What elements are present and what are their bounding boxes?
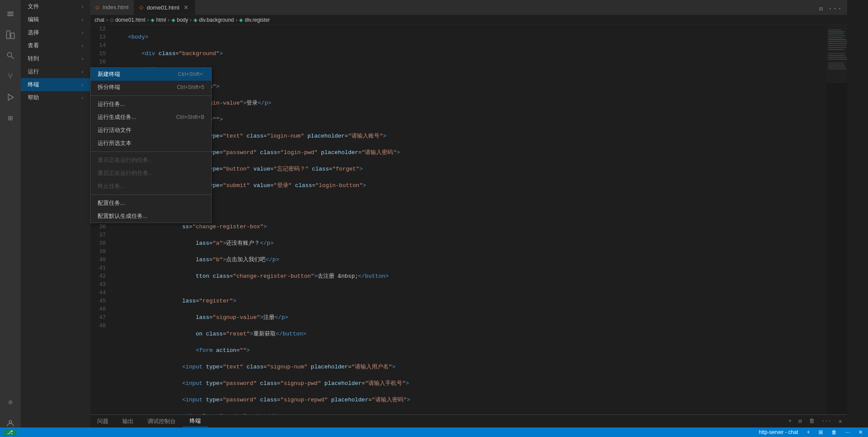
search-icon[interactable] [0, 45, 21, 66]
menu-item-select[interactable]: 选择 › [21, 26, 90, 39]
menu-label-help: 帮助 [28, 94, 39, 102]
split-editor-icon[interactable]: ⊟ [817, 3, 824, 14]
panel-tab-output[interactable]: 输出 [115, 416, 141, 427]
run-icon[interactable] [0, 87, 21, 108]
breadcrumb-html[interactable]: html [156, 17, 166, 23]
menu-item-run[interactable]: 运行 › [21, 65, 90, 78]
menu-arrow-run: › [82, 69, 83, 74]
panel-more-icon[interactable]: ··· [820, 417, 833, 425]
submenu-item-run-task[interactable]: 运行任务... [91, 98, 211, 111]
menu-arrow-view: › [82, 43, 83, 48]
menu-item-file[interactable]: 文件 › [21, 0, 90, 13]
status-remote[interactable]: ⎇ [3, 429, 16, 435]
breadcrumb-sep-4: › [190, 17, 192, 23]
menu-item-view[interactable]: 查看 › [21, 39, 90, 52]
breadcrumb-body[interactable]: body [177, 17, 188, 23]
more-actions-icon[interactable]: ··· [826, 3, 844, 15]
svg-marker-7 [8, 94, 13, 100]
submenu-item-run-build[interactable]: 运行生成任务... Ctrl+Shift+B [91, 111, 211, 124]
status-close-icon[interactable]: ✕ [857, 429, 865, 435]
submenu-divider-2 [91, 151, 211, 152]
breadcrumb-sep-5: › [236, 17, 237, 23]
panel-tab-problems[interactable]: 问题 [90, 416, 115, 427]
tab-dome01-html[interactable]: ◇ dome01.html ✕ [134, 0, 195, 15]
breadcrumb-dome01[interactable]: dome01.html [115, 17, 145, 23]
menu-arrow-edit: › [82, 17, 83, 22]
status-left: ⎇ [3, 429, 16, 435]
status-layout-icon[interactable]: ⊞ [817, 429, 825, 435]
panel-trash-icon[interactable]: 🗑 [807, 417, 816, 425]
submenu-label-restart-running: 重启正在运行的任务... [98, 169, 153, 177]
submenu-item-run-active[interactable]: 运行活动文件 [91, 124, 211, 137]
submenu-item-run-selection[interactable]: 运行所选文本 [91, 137, 211, 150]
source-control-icon[interactable]: ⑂ [0, 66, 21, 87]
submenu-label-new-terminal: 新建终端 [98, 70, 120, 78]
explorer-icon[interactable] [0, 24, 21, 45]
breadcrumb-icon-divbg: ◈ [193, 17, 197, 23]
menu-label-view: 查看 [28, 42, 39, 49]
status-add-icon[interactable]: + [805, 429, 812, 435]
submenu-item-config-task[interactable]: 配置任务... [91, 197, 211, 210]
menu-arrow-terminal: › [82, 82, 83, 87]
menu-label-select: 选择 [28, 29, 39, 36]
breadcrumb-divregister[interactable]: div.register [245, 17, 270, 23]
breadcrumb-chat[interactable]: chat [95, 17, 105, 23]
extensions-icon[interactable]: ⊞ [0, 108, 21, 128]
svg-point-5 [7, 53, 12, 57]
submenu-divider-3 [91, 194, 211, 195]
submenu-label-show-running: 显示正在运行的任务... [98, 156, 153, 164]
panel-tab-debug-console[interactable]: 调试控制台 [141, 416, 183, 427]
submenu-item-restart-running: 重启正在运行的任务... [91, 167, 211, 180]
menu-item-goto[interactable]: 转到 › [21, 52, 90, 65]
status-bar: ⎇ http-server - chat + ⊞ 🗑 ··· ✕ [0, 427, 868, 437]
panel-close-icon[interactable]: ✕ [837, 417, 844, 426]
breadcrumb-sep-3: › [168, 17, 170, 23]
submenu-divider-1 [91, 95, 211, 96]
submenu-shortcut-split-terminal: Ctrl+Shift+5 [177, 84, 204, 90]
svg-rect-2 [7, 15, 13, 16]
menu-item-help[interactable]: 帮助 › [21, 91, 90, 104]
status-http-server[interactable]: http-server - chat [757, 429, 800, 435]
submenu-label-config-task: 配置任务... [98, 199, 125, 207]
svg-rect-0 [7, 12, 13, 13]
code-content[interactable]: <body> <div class="background"> <!-- 登录 … [111, 25, 847, 437]
breadcrumb-icon-html: ◈ [151, 17, 154, 23]
minimap [826, 25, 847, 414]
submenu-label-run-build: 运行生成任务... [98, 113, 136, 121]
terminal-submenu: 新建终端 Ctrl+Shift+` 拆分终端 Ctrl+Shift+5 运行任务… [90, 67, 212, 223]
tabs-actions-area: ⊟ ··· [817, 3, 847, 15]
breadcrumb-icon-body: ◈ [171, 17, 175, 23]
tab-index-html[interactable]: ◇ index.html [90, 0, 134, 15]
menu-item-terminal[interactable]: 终端 › [21, 78, 90, 91]
svg-point-8 [9, 421, 12, 423]
menu-label-edit: 编辑 [28, 16, 39, 23]
breadcrumb-divbg[interactable]: div.background [199, 17, 234, 23]
menu-arrow-select: › [82, 30, 83, 35]
menu-arrow-help: › [82, 95, 83, 100]
tab-close-dome01[interactable]: ✕ [183, 3, 190, 12]
svg-rect-3 [7, 31, 10, 39]
svg-rect-4 [11, 33, 14, 39]
svg-line-6 [11, 56, 14, 59]
menu-label-terminal: 终端 [28, 81, 39, 89]
panel-tab-terminal[interactable]: 终端 [183, 415, 208, 427]
remote-icon[interactable]: ⊙ [0, 392, 21, 413]
hamburger-icon[interactable] [0, 3, 21, 24]
menu-item-edit[interactable]: 编辑 › [21, 13, 90, 26]
submenu-label-config-default: 配置默认生成任务... [98, 212, 147, 220]
tabs-bar: ◇ index.html ◇ dome01.html ✕ ⊟ ··· [90, 0, 847, 15]
breadcrumb-sep-1: › [106, 17, 108, 23]
panel-split-icon[interactable]: ⊟ [797, 417, 804, 426]
status-trash-icon[interactable]: 🗑 [830, 429, 839, 435]
submenu-item-new-terminal[interactable]: 新建终端 Ctrl+Shift+` [91, 68, 211, 81]
panel-area: 问题 输出 调试控制台 终端 + ⊟ 🗑 ··· ✕ [90, 414, 847, 427]
submenu-label-run-active: 运行活动文件 [98, 126, 131, 134]
submenu-item-config-default[interactable]: 配置默认生成任务... [91, 210, 211, 223]
submenu-item-split-terminal[interactable]: 拆分终端 Ctrl+Shift+5 [91, 81, 211, 94]
panel-add-icon[interactable]: + [786, 417, 793, 425]
tab-label-index: index.html [103, 4, 128, 10]
status-more-icon[interactable]: ··· [844, 429, 852, 435]
svg-rect-1 [7, 13, 13, 14]
menu-label-goto: 转到 [28, 55, 39, 62]
menu-arrow-goto: › [82, 56, 83, 61]
